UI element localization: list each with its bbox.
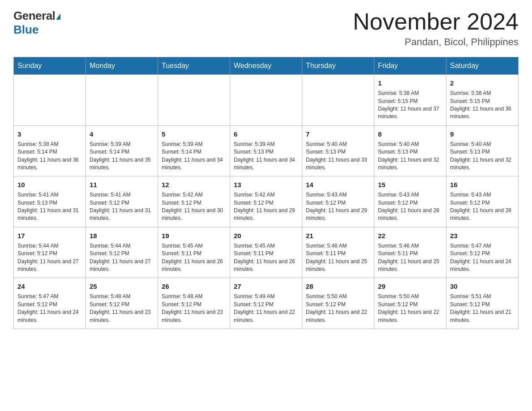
logo-blue: Blue [13, 23, 39, 36]
calendar-day-cell [158, 75, 230, 126]
calendar-day-cell: 1Sunrise: 5:38 AM Sunset: 5:15 PM Daylig… [374, 75, 446, 126]
day-number: 19 [162, 231, 226, 240]
calendar-day-cell: 25Sunrise: 5:48 AM Sunset: 5:12 PM Dayli… [86, 278, 158, 329]
day-info: Sunrise: 5:50 AM Sunset: 5:12 PM Dayligh… [306, 293, 370, 324]
day-of-week-header: Friday [374, 57, 446, 75]
day-number: 13 [234, 180, 298, 189]
day-info: Sunrise: 5:38 AM Sunset: 5:15 PM Dayligh… [450, 90, 515, 121]
day-number: 21 [306, 231, 370, 240]
calendar-day-cell: 9Sunrise: 5:40 AM Sunset: 5:13 PM Daylig… [446, 125, 519, 176]
day-info: Sunrise: 5:44 AM Sunset: 5:12 PM Dayligh… [17, 242, 82, 274]
calendar-day-cell: 8Sunrise: 5:40 AM Sunset: 5:13 PM Daylig… [374, 125, 446, 176]
calendar-day-cell: 10Sunrise: 5:41 AM Sunset: 5:13 PM Dayli… [14, 176, 86, 227]
day-number: 3 [17, 129, 82, 139]
calendar-week-row: 10Sunrise: 5:41 AM Sunset: 5:13 PM Dayli… [14, 176, 519, 227]
day-of-week-header: Saturday [446, 57, 519, 75]
day-info: Sunrise: 5:48 AM Sunset: 5:12 PM Dayligh… [90, 293, 154, 324]
logo-general: General [13, 9, 60, 22]
calendar-day-cell: 28Sunrise: 5:50 AM Sunset: 5:12 PM Dayli… [302, 278, 374, 329]
day-info: Sunrise: 5:42 AM Sunset: 5:12 PM Dayligh… [162, 191, 226, 223]
day-number: 7 [306, 129, 370, 139]
calendar-day-cell: 6Sunrise: 5:39 AM Sunset: 5:13 PM Daylig… [230, 125, 302, 176]
calendar-day-cell [86, 75, 158, 126]
calendar-day-cell: 3Sunrise: 5:38 AM Sunset: 5:14 PM Daylig… [14, 125, 86, 176]
calendar-day-cell: 20Sunrise: 5:45 AM Sunset: 5:11 PM Dayli… [230, 227, 302, 278]
day-number: 10 [17, 180, 82, 189]
calendar-day-cell: 22Sunrise: 5:46 AM Sunset: 5:11 PM Dayli… [374, 227, 446, 278]
calendar-day-cell: 2Sunrise: 5:38 AM Sunset: 5:15 PM Daylig… [446, 75, 519, 126]
day-of-week-header: Monday [86, 57, 158, 75]
day-number: 25 [90, 282, 154, 291]
day-of-week-header: Wednesday [230, 57, 302, 75]
day-of-week-header: Tuesday [158, 57, 230, 75]
day-info: Sunrise: 5:43 AM Sunset: 5:12 PM Dayligh… [306, 191, 370, 223]
day-number: 6 [234, 129, 298, 139]
day-number: 28 [306, 282, 370, 291]
day-number: 15 [378, 180, 442, 189]
calendar-day-cell [302, 75, 374, 126]
day-number: 8 [378, 129, 442, 139]
calendar-day-cell: 13Sunrise: 5:42 AM Sunset: 5:12 PM Dayli… [230, 176, 302, 227]
day-number: 14 [306, 180, 370, 189]
day-number: 30 [450, 282, 515, 291]
day-number: 26 [162, 282, 226, 291]
day-info: Sunrise: 5:43 AM Sunset: 5:12 PM Dayligh… [450, 191, 515, 223]
day-info: Sunrise: 5:43 AM Sunset: 5:12 PM Dayligh… [378, 191, 442, 223]
logo: General Blue [13, 9, 60, 37]
location-subtitle: Pandan, Bicol, Philippines [353, 36, 519, 48]
logo-blue-text: Blue [13, 23, 39, 37]
day-info: Sunrise: 5:51 AM Sunset: 5:12 PM Dayligh… [450, 293, 515, 324]
day-info: Sunrise: 5:40 AM Sunset: 5:13 PM Dayligh… [378, 141, 442, 172]
day-info: Sunrise: 5:41 AM Sunset: 5:12 PM Dayligh… [90, 191, 154, 223]
calendar-day-cell: 29Sunrise: 5:50 AM Sunset: 5:12 PM Dayli… [374, 278, 446, 329]
day-info: Sunrise: 5:47 AM Sunset: 5:12 PM Dayligh… [17, 293, 82, 324]
calendar-day-cell: 26Sunrise: 5:48 AM Sunset: 5:12 PM Dayli… [158, 278, 230, 329]
day-info: Sunrise: 5:50 AM Sunset: 5:12 PM Dayligh… [378, 293, 442, 324]
title-area: November 2024 Pandan, Bicol, Philippines [353, 9, 519, 48]
day-number: 1 [378, 78, 442, 88]
calendar-week-row: 1Sunrise: 5:38 AM Sunset: 5:15 PM Daylig… [14, 75, 519, 126]
day-info: Sunrise: 5:38 AM Sunset: 5:14 PM Dayligh… [17, 141, 82, 172]
day-info: Sunrise: 5:45 AM Sunset: 5:11 PM Dayligh… [162, 242, 226, 274]
calendar-week-row: 3Sunrise: 5:38 AM Sunset: 5:14 PM Daylig… [14, 125, 519, 176]
day-number: 9 [450, 129, 515, 139]
day-info: Sunrise: 5:38 AM Sunset: 5:15 PM Dayligh… [378, 90, 442, 121]
calendar-day-cell: 14Sunrise: 5:43 AM Sunset: 5:12 PM Dayli… [302, 176, 374, 227]
day-info: Sunrise: 5:49 AM Sunset: 5:12 PM Dayligh… [234, 293, 298, 324]
day-number: 29 [378, 282, 442, 291]
calendar-day-cell: 12Sunrise: 5:42 AM Sunset: 5:12 PM Dayli… [158, 176, 230, 227]
day-number: 23 [450, 231, 515, 240]
day-info: Sunrise: 5:40 AM Sunset: 5:13 PM Dayligh… [450, 141, 515, 172]
calendar-day-cell: 17Sunrise: 5:44 AM Sunset: 5:12 PM Dayli… [14, 227, 86, 278]
day-info: Sunrise: 5:39 AM Sunset: 5:14 PM Dayligh… [90, 141, 154, 172]
calendar-day-cell: 7Sunrise: 5:40 AM Sunset: 5:13 PM Daylig… [302, 125, 374, 176]
day-number: 11 [90, 180, 154, 189]
calendar-day-cell: 15Sunrise: 5:43 AM Sunset: 5:12 PM Dayli… [374, 176, 446, 227]
day-number: 16 [450, 180, 515, 189]
day-info: Sunrise: 5:48 AM Sunset: 5:12 PM Dayligh… [162, 293, 226, 324]
calendar-header-row: SundayMondayTuesdayWednesdayThursdayFrid… [14, 57, 519, 75]
day-info: Sunrise: 5:46 AM Sunset: 5:11 PM Dayligh… [306, 242, 370, 274]
day-number: 22 [378, 231, 442, 240]
calendar-day-cell: 11Sunrise: 5:41 AM Sunset: 5:12 PM Dayli… [86, 176, 158, 227]
day-info: Sunrise: 5:41 AM Sunset: 5:13 PM Dayligh… [17, 191, 82, 223]
calendar-day-cell: 4Sunrise: 5:39 AM Sunset: 5:14 PM Daylig… [86, 125, 158, 176]
day-number: 18 [90, 231, 154, 240]
calendar-day-cell: 27Sunrise: 5:49 AM Sunset: 5:12 PM Dayli… [230, 278, 302, 329]
calendar-day-cell: 16Sunrise: 5:43 AM Sunset: 5:12 PM Dayli… [446, 176, 519, 227]
day-number: 24 [17, 282, 82, 291]
day-info: Sunrise: 5:40 AM Sunset: 5:13 PM Dayligh… [306, 141, 370, 172]
logo-triangle-icon [56, 13, 60, 20]
day-info: Sunrise: 5:45 AM Sunset: 5:11 PM Dayligh… [234, 242, 298, 274]
calendar-day-cell [14, 75, 86, 126]
day-of-week-header: Thursday [302, 57, 374, 75]
calendar-day-cell: 24Sunrise: 5:47 AM Sunset: 5:12 PM Dayli… [14, 278, 86, 329]
day-number: 27 [234, 282, 298, 291]
month-year-title: November 2024 [353, 9, 519, 34]
page-header: General Blue November 2024 Pandan, Bicol… [13, 9, 519, 48]
day-info: Sunrise: 5:47 AM Sunset: 5:12 PM Dayligh… [450, 242, 515, 274]
calendar-day-cell: 21Sunrise: 5:46 AM Sunset: 5:11 PM Dayli… [302, 227, 374, 278]
day-info: Sunrise: 5:39 AM Sunset: 5:14 PM Dayligh… [162, 141, 226, 172]
day-number: 20 [234, 231, 298, 240]
logo-general-text: General [13, 9, 60, 23]
